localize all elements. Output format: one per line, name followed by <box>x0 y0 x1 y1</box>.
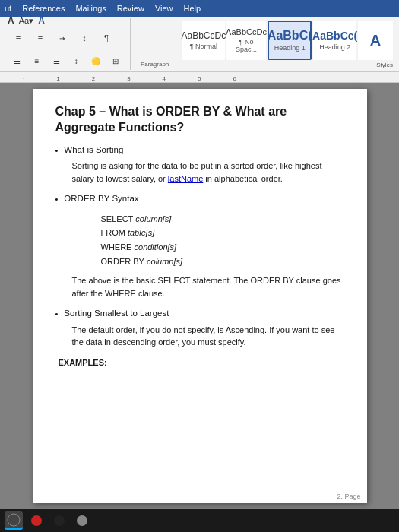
from-value: table[s] <box>125 228 155 237</box>
style-heading2-preview: AaBbCc( <box>312 30 357 42</box>
styles-buttons-row: AaBbCcDc ¶ Normal AaBbCcDc ¶ No Spac... … <box>182 20 393 61</box>
code-line-where: WHERE condition[s] <box>101 240 344 255</box>
section-examples: EXAMPLES: <box>55 356 344 369</box>
select-value: column[s] <box>133 214 171 223</box>
bullet-dot-3: • <box>55 308 59 321</box>
orderby-note: The above is the basic SELECT statement.… <box>72 274 344 299</box>
font-aa-label: Aa▾ <box>19 16 33 26</box>
menu-references[interactable]: References <box>22 4 65 13</box>
svg-point-2 <box>54 515 65 526</box>
bullets-btn[interactable]: ≡ <box>8 27 29 49</box>
ruler-mark-5: 5 <box>198 75 201 82</box>
orderby-value: column[s] <box>144 257 182 266</box>
format-row: ≡ ≡ ⇥ ↕ ¶ <box>8 27 125 49</box>
font-a-label: A <box>8 15 14 26</box>
style-nospace-label: ¶ No Spac... <box>229 38 264 53</box>
page-footer: 2, Page <box>337 492 360 500</box>
indent-btn[interactable]: ⇥ <box>52 27 73 49</box>
borders-btn[interactable]: ⊞ <box>106 50 125 71</box>
section-sorting: • What is Sorting Sorting is asking for … <box>55 144 344 185</box>
bullet-dot-2: • <box>55 193 59 206</box>
styles-group-label: Styles <box>182 62 393 68</box>
taskbar-icon-1[interactable] <box>27 511 46 530</box>
ruler-mark-6: 6 <box>233 75 236 82</box>
style-normal-btn[interactable]: AaBbCcDc ¶ Normal <box>182 21 225 60</box>
menu-view[interactable]: View <box>155 4 173 13</box>
where-value: condition[s] <box>131 242 176 252</box>
ruler-mark-4: 4 <box>163 75 166 82</box>
styles-group: AaBbCcDc ¶ Normal AaBbCcDc ¶ No Spac... … <box>179 18 396 70</box>
align-right-btn[interactable]: ☰ <box>47 50 66 71</box>
sorting-header: What is Sorting <box>64 144 123 157</box>
ruler: · 1 2 3 4 5 6 <box>0 72 399 83</box>
paragraph-group-area: Paragraph <box>132 18 178 70</box>
style-big-btn[interactable]: A <box>358 21 393 60</box>
taskbar-icon-2[interactable] <box>50 511 68 530</box>
taskbar-icon-0[interactable] <box>5 511 23 530</box>
lastname-link[interactable]: lastName <box>168 174 203 183</box>
style-heading2-btn[interactable]: AaBbCc( Heading 2 <box>313 21 356 60</box>
orderby-header: ORDER BY Syntax <box>64 192 138 205</box>
sorting-body: Sorting is asking for the data to be put… <box>72 160 344 185</box>
font-ap-label: A <box>38 15 45 26</box>
ribbon-menu-bar: ut References Mailings Review View Help <box>0 0 399 17</box>
smallest-header: Sorting Smallest to Largest <box>64 307 169 320</box>
menu-review[interactable]: Review <box>117 4 144 13</box>
align-center-btn[interactable]: ≡ <box>27 50 46 71</box>
svg-point-3 <box>77 515 87 526</box>
section-orderby: • ORDER BY Syntax SELECT column[s] FROM … <box>55 192 344 299</box>
style-normal-label: ¶ Normal <box>190 43 217 50</box>
ribbon-toolbar: A Aa▾ A ≡ ≡ ⇥ ↕ ¶ ☰ ≡ ☰ ↕ 🟡 ⊞ Paragrap <box>0 17 399 72</box>
ruler-mark-2: 2 <box>92 75 95 82</box>
examples-label: EXAMPLES: <box>59 356 344 369</box>
taskbar-icon-3[interactable] <box>73 511 91 530</box>
where-keyword: WHERE <box>101 242 132 252</box>
style-heading2-label: Heading 2 <box>319 43 350 51</box>
align-left-btn[interactable]: ☰ <box>8 50 27 71</box>
style-normal-preview: AaBbCcDc <box>181 30 226 41</box>
svg-point-0 <box>8 514 20 526</box>
bullet-sorting: • What is Sorting <box>55 144 344 157</box>
style-nospace-preview: AaBbCcDc <box>226 27 267 36</box>
numbering-btn[interactable]: ≡ <box>30 27 51 49</box>
font-name-row: A Aa▾ A <box>8 15 125 26</box>
from-keyword: FROM <box>101 228 125 237</box>
style-big-preview: A <box>370 32 381 49</box>
ribbon: ut References Mailings Review View Help … <box>0 0 399 72</box>
bullet-dot-1: • <box>55 144 59 157</box>
menu-ut[interactable]: ut <box>5 4 11 13</box>
line-spacing-btn[interactable]: ↕ <box>67 50 86 71</box>
paragraph-group-label: Paragraph <box>141 61 169 68</box>
style-heading1-btn[interactable]: AaBbC( Heading 1 <box>268 21 312 60</box>
code-line-from: FROM table[s] <box>101 226 344 240</box>
document-area: Chap 5 – What is ORDER BY & What are Agg… <box>0 83 399 509</box>
font-group: A Aa▾ A ≡ ≡ ⇥ ↕ ¶ ☰ ≡ ☰ ↕ 🟡 ⊞ <box>3 18 131 70</box>
ruler-mark-0: · <box>23 75 24 82</box>
document-title: Chap 5 – What is ORDER BY & What are Agg… <box>55 104 344 136</box>
document-page[interactable]: Chap 5 – What is ORDER BY & What are Agg… <box>33 89 367 503</box>
bullet-orderby: • ORDER BY Syntax <box>55 192 344 206</box>
code-line-select: SELECT column[s] <box>101 212 344 226</box>
section-smallest: • Sorting Smallest to Largest The defaul… <box>55 307 344 349</box>
bullet-smallest: • Sorting Smallest to Largest <box>55 307 344 321</box>
orderby-keyword: ORDER BY <box>101 257 144 266</box>
taskbar <box>0 509 399 532</box>
pilcrow-btn[interactable]: ¶ <box>96 27 117 49</box>
menu-help[interactable]: Help <box>184 4 201 13</box>
align-row: ☰ ≡ ☰ ↕ 🟡 ⊞ <box>8 50 125 71</box>
ruler-mark-3: 3 <box>127 75 130 82</box>
menu-mailings[interactable]: Mailings <box>75 4 106 13</box>
shading-btn[interactable]: 🟡 <box>87 50 106 71</box>
ruler-marks: · 1 2 3 4 5 6 <box>23 72 399 82</box>
select-keyword: SELECT <box>101 214 134 223</box>
style-heading1-label: Heading 1 <box>274 44 306 52</box>
ruler-mark-1: 1 <box>56 75 59 82</box>
document-body: • What is Sorting Sorting is asking for … <box>55 144 344 369</box>
code-line-orderby: ORDER BY column[s] <box>101 255 344 269</box>
style-nospace-btn[interactable]: AaBbCcDc ¶ No Spac... <box>226 21 266 60</box>
style-heading1-preview: AaBbC( <box>268 29 312 43</box>
smallest-body: The default order, if you do not specify… <box>72 324 344 349</box>
sort-btn[interactable]: ↕ <box>74 27 95 49</box>
code-block: SELECT column[s] FROM table[s] WHERE con… <box>101 212 344 269</box>
svg-point-1 <box>31 515 42 526</box>
